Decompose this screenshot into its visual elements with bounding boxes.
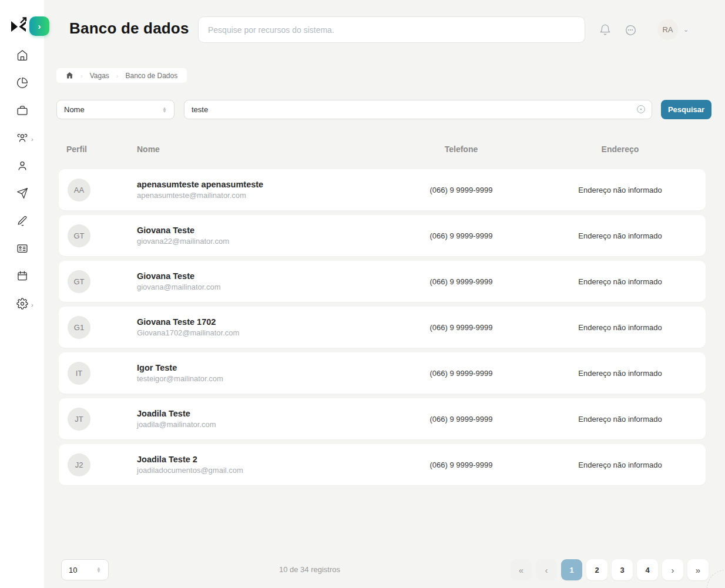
table-row[interactable]: J2 Joadila Teste 2 joadiladocumentos@gma…: [59, 444, 706, 485]
users-icon: [16, 132, 28, 146]
bell-icon[interactable]: [599, 23, 612, 36]
candidate-email: Giovana1702@mailinator.com: [137, 328, 388, 337]
filter-field-value: Nome: [64, 105, 85, 114]
chevron-right-icon[interactable]: ›: [31, 301, 33, 308]
candidate-address: Endereço não informado: [535, 277, 706, 286]
avatar: GT: [68, 224, 90, 247]
candidate-name: Joadila Teste: [137, 409, 388, 418]
sidebar-item-id-card[interactable]: [0, 236, 44, 263]
table-header-row: Perfil Nome Telefone Endereço: [59, 145, 706, 169]
select-stepper-icon: ▲▼: [162, 107, 167, 113]
settings-icon: [16, 298, 28, 312]
briefcase-icon: [16, 105, 28, 119]
home-icon: [16, 49, 28, 63]
pagination-page-3-button[interactable]: 3: [612, 559, 633, 580]
avatar: GT: [68, 270, 90, 293]
column-header-telefone: Telefone: [388, 145, 535, 154]
candidate-address: Endereço não informado: [535, 323, 706, 332]
id-card-icon: [16, 243, 28, 257]
sidebar-item-jobs[interactable]: [0, 98, 44, 125]
candidate-phone: (066) 9 9999-9999: [388, 369, 535, 378]
candidate-phone: (066) 9 9999-9999: [388, 323, 535, 332]
filter-field-select[interactable]: Nome ▲▼: [56, 100, 174, 119]
table-row[interactable]: IT Igor Teste testeigor@mailinator.com (…: [59, 352, 706, 394]
search-button[interactable]: Pesquisar: [661, 100, 711, 119]
avatar: AA: [68, 179, 90, 201]
pagination-page-2-button[interactable]: 2: [586, 559, 607, 580]
sidebar-nav: › ›: [0, 42, 44, 318]
breadcrumb-vagas[interactable]: Vagas: [90, 72, 109, 80]
page-size-select[interactable]: 10 ▲▼: [61, 559, 109, 580]
records-count: 10 de 34 registros: [221, 565, 398, 574]
sidebar-item-settings[interactable]: ›: [0, 291, 44, 318]
candidate-name: apenasumteste apenasumteste: [137, 180, 388, 189]
breadcrumb: › Vagas › Banco de Dados: [56, 68, 187, 83]
sidebar-item-messages[interactable]: [0, 180, 44, 208]
clear-search-icon[interactable]: [636, 104, 646, 115]
results-table: Perfil Nome Telefone Endereço AA apenasu…: [59, 145, 706, 490]
column-header-endereco: Endereço: [535, 145, 706, 154]
select-stepper-icon: ▲▼: [96, 567, 101, 573]
candidate-email: joadiladocumentos@gmail.com: [137, 466, 388, 475]
sidebar-item-candidates[interactable]: ›: [0, 125, 44, 153]
pagination-prev-button[interactable]: ‹: [536, 559, 557, 580]
sidebar-item-calendar[interactable]: [0, 263, 44, 291]
column-header-nome: Nome: [137, 145, 388, 154]
candidate-address: Endereço não informado: [535, 461, 706, 469]
breadcrumb-separator: ›: [116, 72, 119, 79]
table-row[interactable]: GT Giovana Teste giovana@mailinator.com …: [59, 261, 706, 302]
table-row[interactable]: GT Giovana Teste giovana22@mailinator.co…: [59, 215, 706, 256]
candidate-email: testeigor@mailinator.com: [137, 374, 388, 383]
pagination: «‹1234›»: [511, 559, 709, 580]
breadcrumb-separator: ›: [80, 72, 83, 79]
candidate-name: Giovana Teste: [137, 271, 388, 281]
pagination-first-button[interactable]: «: [511, 559, 532, 580]
pie-chart-icon: [16, 77, 28, 91]
candidate-phone: (066) 9 9999-9999: [388, 415, 535, 424]
candidate-name: Giovana Teste 1702: [137, 317, 388, 327]
candidate-address: Endereço não informado: [535, 415, 706, 424]
pagination-last-button[interactable]: »: [687, 559, 709, 580]
avatar: JT: [68, 408, 90, 431]
sidebar: › ›: [0, 0, 44, 588]
candidate-phone: (066) 9 9999-9999: [388, 231, 535, 240]
candidate-email: giovana@mailinator.com: [137, 283, 388, 291]
table-row[interactable]: AA apenasumteste apenasumteste apenasumt…: [59, 169, 706, 210]
pagination-next-button[interactable]: ›: [662, 559, 683, 580]
column-header-perfil: Perfil: [59, 145, 137, 154]
chevron-right-icon[interactable]: ›: [31, 136, 33, 143]
chat-icon[interactable]: [624, 23, 637, 36]
table-row[interactable]: JT Joadila Teste joadila@mailinator.com …: [59, 398, 706, 439]
candidate-name: Giovana Teste: [137, 226, 388, 235]
global-search-input[interactable]: [198, 16, 585, 43]
breadcrumb-banco-de-dados: Banco de Dados: [125, 72, 177, 80]
candidate-name: Igor Teste: [137, 363, 388, 372]
candidate-address: Endereço não informado: [535, 369, 706, 378]
candidate-email: giovana22@mailinator.com: [137, 237, 388, 246]
home-breadcrumb-icon[interactable]: [66, 72, 73, 79]
page-size-value: 10: [69, 566, 77, 574]
sidebar-item-home[interactable]: [0, 42, 44, 70]
table-row[interactable]: G1 Giovana Teste 1702 Giovana1702@mailin…: [59, 307, 706, 348]
candidate-email: joadila@mailinator.com: [137, 420, 388, 429]
edit-icon: [16, 215, 28, 229]
chevron-down-icon[interactable]: ⌄: [683, 26, 689, 33]
corner-decoration: [707, 570, 725, 588]
pagination-page-4-button[interactable]: 4: [637, 559, 658, 580]
pagination-page-1-button[interactable]: 1: [561, 559, 582, 580]
avatar: J2: [68, 453, 90, 476]
filter-query-input[interactable]: [184, 100, 652, 119]
calendar-icon: [16, 270, 28, 284]
candidate-address: Endereço não informado: [535, 231, 706, 240]
butterfly-logo: [8, 15, 29, 36]
sidebar-item-dashboard[interactable]: [0, 70, 44, 98]
candidate-phone: (066) 9 9999-9999: [388, 277, 535, 286]
sidebar-toggle-button[interactable]: ›: [29, 16, 49, 36]
send-icon: [16, 187, 28, 201]
avatar[interactable]: RA: [657, 19, 678, 40]
avatar: G1: [68, 316, 90, 339]
sidebar-item-edit[interactable]: [0, 208, 44, 236]
candidate-email: apenasumteste@mailinator.com: [137, 191, 388, 200]
sidebar-item-profile[interactable]: [0, 153, 44, 180]
candidate-phone: (066) 9 9999-9999: [388, 186, 535, 194]
